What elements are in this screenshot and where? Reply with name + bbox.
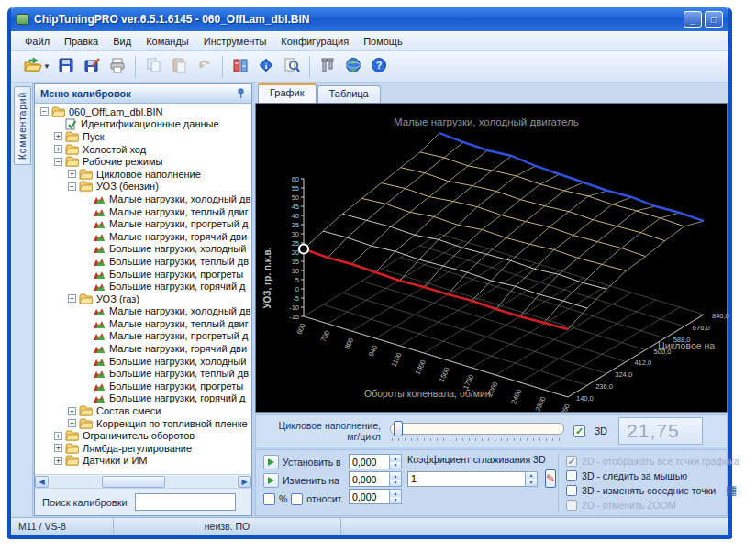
change-value-input[interactable] <box>349 471 389 487</box>
change-value-button[interactable] <box>263 473 279 488</box>
pin-icon[interactable] <box>236 87 246 101</box>
caliper-button[interactable] <box>316 55 339 79</box>
expand-icon[interactable]: + <box>68 407 76 415</box>
set-value-button[interactable] <box>263 455 279 469</box>
internet-button[interactable] <box>341 55 365 79</box>
tree-item[interactable]: Малые нагрузки, холодный дв <box>37 305 251 318</box>
tree-item[interactable]: +Лямбда-регулирование <box>37 442 251 455</box>
cyclic-fill-slider[interactable] <box>390 420 564 442</box>
option-label: 3D - изменять соседние точки <box>582 485 716 496</box>
search-input[interactable] <box>135 493 236 511</box>
collapse-icon[interactable]: − <box>40 107 49 116</box>
help-button[interactable]: ? <box>367 55 391 79</box>
comments-side-tab[interactable]: Комментарий <box>14 86 31 165</box>
tree-item[interactable]: +Состав смеси <box>37 404 251 417</box>
tree-item[interactable]: Малые нагрузки, теплый двиг <box>37 205 251 218</box>
tree-item[interactable]: Малые нагрузки, горячий дви <box>37 230 251 243</box>
tree-item[interactable]: Малые нагрузки, теплый двиг <box>37 317 251 330</box>
expand-icon[interactable]: + <box>54 457 62 465</box>
tree-item[interactable]: +Датчики и ИМ <box>37 455 251 468</box>
tree-item[interactable]: Малые нагрузки, прогретый д <box>37 217 251 230</box>
expand-icon[interactable]: + <box>54 432 62 440</box>
expand-icon[interactable]: + <box>54 145 62 153</box>
print-button[interactable] <box>106 55 129 79</box>
edit-pencil-button[interactable]: ✎ <box>545 469 556 488</box>
menu-item-6[interactable]: Помощь <box>357 33 409 50</box>
tree-item[interactable]: Большие нагрузки, горячий д <box>37 280 251 293</box>
expand-icon[interactable]: + <box>54 132 62 140</box>
compare-button[interactable] <box>228 55 252 79</box>
menu-item-3[interactable]: Команды <box>139 33 195 50</box>
menu-item-2[interactable]: Вид <box>106 33 138 50</box>
tree-item[interactable]: Малые нагрузки, прогретый д <box>37 330 251 343</box>
scroll-right-arrow-icon[interactable]: ▶ <box>238 476 251 488</box>
tree-item[interactable]: Большие нагрузки, горячий д <box>37 392 251 405</box>
surface-chart[interactable]: 605550454035302520151050-5-10-15УОЗ, гр.… <box>255 103 728 413</box>
toolbar: ▼i? <box>11 51 728 83</box>
copy-button <box>141 55 165 79</box>
tree-item[interactable]: Большие нагрузки, теплый дв <box>37 255 251 268</box>
tree-item[interactable]: Малые нагрузки, холодный дв <box>37 193 251 205</box>
tree-item[interactable]: +Коррекция по топливной пленке <box>37 417 251 430</box>
scroll-thumb[interactable] <box>102 476 165 488</box>
tree-item-label: Малые нагрузки, горячий дви <box>109 231 247 242</box>
search-row: Поиск калибровки <box>35 488 251 515</box>
title-bar[interactable]: ChipTuningPRO ver.6.5.1.6145 - 060_OffLa… <box>11 7 728 31</box>
save-button[interactable] <box>54 55 78 79</box>
scroll-left-arrow-icon[interactable]: ◀ <box>35 476 49 488</box>
option-checkbox-2[interactable] <box>566 485 577 496</box>
maximize-button[interactable]: □ <box>705 11 723 28</box>
tree-horizontal-scrollbar[interactable]: ◀ ▶ <box>35 474 251 488</box>
tree-item[interactable]: −УОЗ (газ) <box>37 293 251 305</box>
tree-item[interactable]: +Цикловое наполнение <box>37 168 251 181</box>
grid-table-icon[interactable]: ▦ <box>726 485 737 496</box>
expand-icon[interactable]: + <box>54 444 62 452</box>
expand-icon[interactable]: + <box>68 419 76 427</box>
tree-item[interactable]: +Пуск <box>37 130 251 143</box>
slider-track[interactable] <box>390 423 564 435</box>
tree-item[interactable]: −060_OffLam_dbl.BIN <box>37 105 251 118</box>
tree-item[interactable]: −УОЗ (бензин) <box>37 181 251 193</box>
tree-item[interactable]: Идентификационные данные <box>37 118 251 131</box>
3d-checkbox[interactable]: ✓ <box>573 425 585 437</box>
spinner-buttons[interactable]: ▲▼ <box>389 454 402 469</box>
tab-grafik[interactable]: График <box>258 83 317 103</box>
info-button[interactable]: i <box>254 55 278 79</box>
spinner-buttons[interactable]: ▲▼ <box>389 489 402 504</box>
smoothing-input[interactable] <box>407 471 525 487</box>
slider-thumb[interactable] <box>394 421 403 436</box>
spinner-buttons[interactable]: ▲▼ <box>389 471 402 487</box>
tree-item[interactable]: Большие нагрузки, прогреты <box>37 380 251 392</box>
relative-checkbox[interactable] <box>291 493 303 505</box>
tree-item[interactable]: Большие нагрузки, холодный <box>37 355 251 368</box>
relative-value-input[interactable] <box>349 489 389 504</box>
expand-icon[interactable]: + <box>68 170 76 178</box>
tree-item[interactable]: Большие нагрузки, теплый дв <box>37 367 251 380</box>
option-checkbox-1[interactable] <box>566 470 577 481</box>
tree-item-label: Большие нагрузки, прогреты <box>109 381 243 392</box>
menu-item-0[interactable]: Файл <box>18 33 56 50</box>
scroll-track[interactable] <box>50 476 237 488</box>
spinner-buttons[interactable]: ▲▼ <box>525 471 538 487</box>
tree-item-label: Малые нагрузки, холодный дв <box>109 193 250 204</box>
collapse-icon[interactable]: − <box>54 158 62 166</box>
tab-tablica[interactable]: Таблица <box>317 85 381 103</box>
collapse-icon[interactable]: − <box>68 294 76 303</box>
open-dropdown-caret-icon[interactable]: ▼ <box>43 62 50 71</box>
find-button[interactable] <box>280 55 304 79</box>
tree-item[interactable]: +Ограничитель оборотов <box>37 429 251 442</box>
tree-item[interactable]: Малые нагрузки, горячий дви <box>37 342 251 355</box>
tree-item[interactable]: +Холостой ход <box>37 143 251 156</box>
open-button[interactable] <box>20 55 44 79</box>
tree-item[interactable]: −Рабочие режимы <box>37 155 251 168</box>
tree-item[interactable]: Большие нагрузки, холодный <box>37 243 251 256</box>
tree-item[interactable]: Большие нагрузки, прогреты <box>37 268 251 281</box>
menu-item-4[interactable]: Инструменты <box>197 33 273 50</box>
set-value-input[interactable] <box>349 454 389 469</box>
save-as-button[interactable] <box>80 55 104 79</box>
menu-item-5[interactable]: Конфигурация <box>274 33 355 50</box>
minimize-button[interactable]: _ <box>684 11 702 28</box>
menu-item-1[interactable]: Правка <box>58 33 105 50</box>
percent-checkbox[interactable] <box>263 493 275 505</box>
collapse-icon[interactable]: − <box>68 182 76 191</box>
